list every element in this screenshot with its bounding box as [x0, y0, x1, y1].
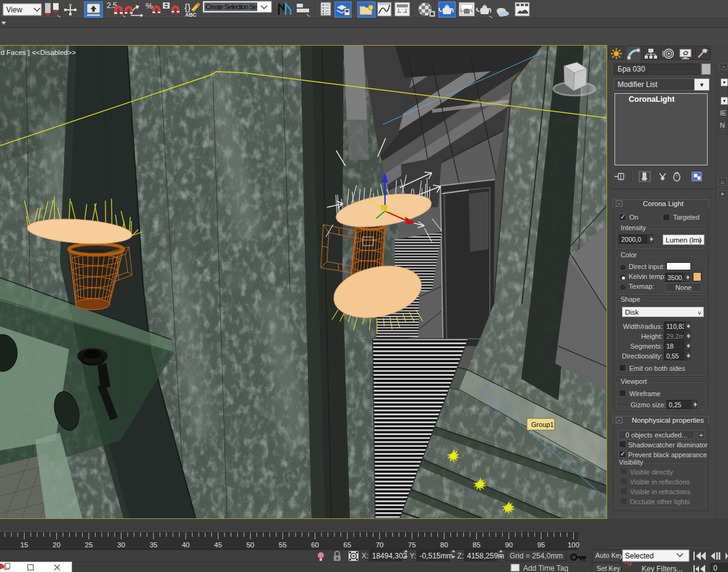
svg-text:50: 50: [246, 541, 254, 549]
svg-text:75: 75: [408, 541, 416, 549]
svg-text:65: 65: [344, 541, 352, 549]
svg-text:70: 70: [376, 541, 384, 549]
svg-text:30: 30: [117, 541, 125, 549]
svg-text:Y:: Y:: [410, 552, 416, 560]
svg-text:Z:: Z:: [457, 552, 464, 560]
svg-text:d Faces ] <<Disabled>>: d Faces ] <<Disabled>>: [1, 49, 76, 56]
svg-text:20: 20: [52, 541, 60, 549]
svg-text:Set Key: Set Key: [597, 565, 621, 572]
svg-text:Add Time Tag: Add Time Tag: [523, 564, 568, 572]
svg-text:85: 85: [473, 541, 481, 549]
svg-text:X:: X:: [362, 552, 368, 560]
svg-text:Key Filters...: Key Filters...: [642, 565, 683, 572]
svg-text:z: z: [380, 170, 384, 178]
svg-text:45: 45: [214, 541, 222, 549]
svg-text:15: 15: [20, 541, 28, 549]
svg-text:90: 90: [505, 541, 513, 549]
svg-text:Group1: Group1: [531, 421, 554, 428]
svg-text:%: %: [146, 1, 153, 10]
svg-text:Create Selection Se: Create Selection Se: [205, 3, 257, 10]
svg-text:100: 100: [568, 541, 579, 549]
svg-text:Auto Key: Auto Key: [595, 552, 623, 559]
svg-text:40: 40: [182, 541, 190, 549]
svg-text:ABC: ABC: [185, 12, 196, 18]
svg-text:35: 35: [149, 541, 157, 549]
svg-text:{}: {}: [184, 2, 191, 12]
svg-text:Grid = 254,0mm: Grid = 254,0mm: [510, 552, 563, 560]
svg-text:55: 55: [279, 541, 287, 549]
svg-text:80: 80: [441, 541, 449, 549]
svg-text:0: 0: [713, 564, 718, 572]
svg-text:Selected: Selected: [625, 552, 654, 560]
svg-text:-0,515mm: -0,515mm: [420, 552, 453, 560]
svg-text:4158,259m: 4158,259m: [467, 552, 504, 560]
svg-text:95: 95: [537, 541, 545, 549]
svg-text:25: 25: [85, 541, 93, 549]
svg-text:View: View: [6, 6, 22, 14]
svg-text:60: 60: [311, 541, 319, 549]
svg-text:18494,302: 18494,302: [372, 552, 407, 560]
